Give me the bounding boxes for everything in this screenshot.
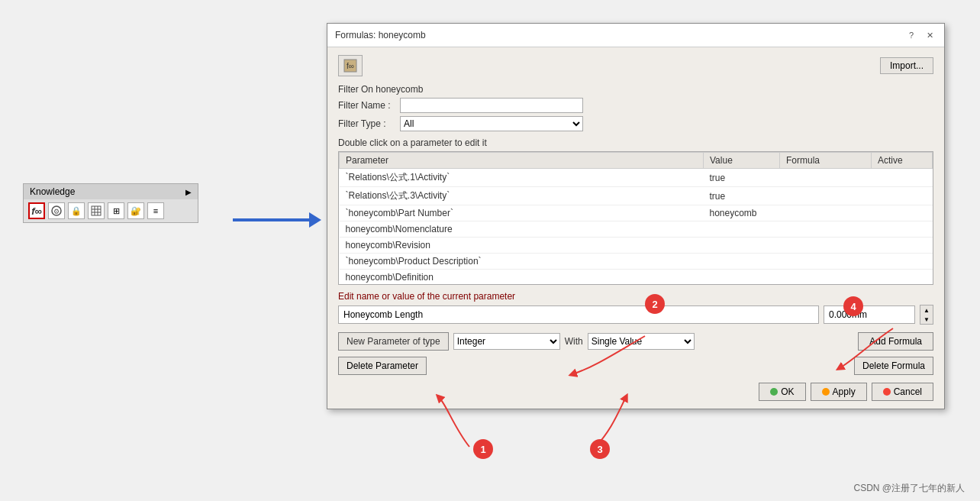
arrow-4 (817, 321, 893, 374)
direction-arrow (233, 212, 321, 228)
arrow-2 (557, 328, 672, 382)
annotation-3: 3 (590, 439, 610, 459)
cell-active (872, 238, 933, 254)
col-value: Value (704, 153, 780, 169)
svg-text:⚙: ⚙ (53, 208, 60, 215)
dialog-titlebar: Formulas: honeycomb ? ✕ (327, 24, 944, 47)
svg-rect-2 (92, 206, 101, 215)
arrow-head (309, 212, 321, 228)
knowledge-panel: Knowledge ▶ f∞ ⚙ 🔒 ⊞ 🔐 ≡ (23, 183, 198, 223)
cell-value: true (704, 187, 780, 205)
cancel-label: Cancel (894, 386, 922, 397)
arrow-line (233, 218, 309, 221)
arrow-1 (424, 389, 515, 451)
table-row[interactable]: honeycomb\Definition (340, 270, 933, 286)
dialog-title: Formulas: honeycomb (335, 30, 426, 40)
ok-label: OK (781, 386, 794, 397)
cell-formula (780, 169, 872, 187)
filter-section: Filter On honeycomb Filter Name : Filter… (338, 84, 933, 131)
dialog-controls: ? ✕ (904, 28, 936, 42)
filter-name-input[interactable] (400, 98, 583, 113)
col-parameter: Parameter (340, 153, 704, 169)
panel-title-text: Knowledge (30, 186, 75, 197)
cell-value: honeycomb (704, 205, 780, 221)
ok-button[interactable]: OK (759, 383, 805, 401)
cell-parameter: `Relations\公式.3\Activity` (340, 187, 704, 205)
formula-icon[interactable]: f∞ (28, 202, 45, 219)
apply-button[interactable]: Apply (811, 383, 867, 401)
watermark: CSDN @注册了七年的新人 (853, 482, 965, 495)
cell-parameter: `Relations\公式.1\Activity` (340, 169, 704, 187)
param-table-container: Parameter Value Formula Active `Relation… (338, 151, 933, 285)
svg-text:f∞: f∞ (347, 62, 354, 70)
col-active: Active (872, 153, 933, 169)
lock2-icon[interactable]: 🔐 (127, 202, 144, 219)
import-button[interactable]: Import... (880, 57, 933, 74)
ok-dot (770, 388, 778, 396)
cell-formula (780, 187, 872, 205)
cell-formula (780, 270, 872, 286)
cell-formula (780, 238, 872, 254)
cell-formula (780, 205, 872, 221)
cell-value (704, 270, 780, 286)
cell-active (872, 187, 933, 205)
table-row[interactable]: `Relations\公式.3\Activity`true (340, 187, 933, 205)
table-icon[interactable] (88, 202, 105, 219)
annotation-2: 2 (645, 294, 665, 314)
cell-formula (780, 221, 872, 238)
cell-active (872, 270, 933, 286)
filter-type-select[interactable]: All Active Inactive (400, 116, 583, 131)
cell-parameter: honeycomb\Revision (340, 238, 704, 254)
spinner-up-btn[interactable]: ▲ (920, 305, 933, 315)
help-button[interactable]: ? (904, 28, 918, 42)
spinner-down-btn[interactable]: ▼ (920, 315, 933, 324)
knowledge-icon[interactable]: ⚙ (48, 202, 65, 219)
cell-value (704, 254, 780, 270)
lock-icon[interactable]: 🔒 (68, 202, 85, 219)
cell-active (872, 221, 933, 238)
col-formula: Formula (780, 153, 872, 169)
cancel-button[interactable]: Cancel (872, 383, 933, 401)
dialog-toolbar: f∞ Import... (338, 55, 933, 76)
cell-parameter: honeycomb\Definition (340, 270, 704, 286)
filter-name-row: Filter Name : (338, 98, 933, 113)
table-row[interactable]: honeycomb\Nomenclature (340, 221, 933, 238)
apply-label: Apply (833, 386, 856, 397)
table-row[interactable]: `Relations\公式.1\Activity`true (340, 169, 933, 187)
cell-value: true (704, 169, 780, 187)
panel-toolbar: f∞ ⚙ 🔒 ⊞ 🔐 ≡ (24, 199, 198, 222)
filter-name-label: Filter Name : (338, 100, 395, 111)
formula-toolbar-icon[interactable]: f∞ (338, 55, 363, 76)
table-row[interactable]: `honeycomb\Part Number`honeycomb (340, 205, 933, 221)
annotation-4: 4 (843, 296, 863, 316)
annotation-1: 1 (473, 439, 493, 459)
edit-label: Edit name or value of the current parame… (338, 291, 933, 302)
table-row[interactable]: `honeycomb\Product Description` (340, 254, 933, 270)
param-instruction: Double click on a parameter to edit it (338, 137, 933, 148)
cell-active (872, 254, 933, 270)
edit-name-input[interactable] (338, 305, 819, 324)
panel-title: Knowledge ▶ (24, 184, 198, 199)
cell-parameter: honeycomb\Nomenclature (340, 221, 704, 238)
cell-parameter: `honeycomb\Part Number` (340, 205, 704, 221)
delete-param-button[interactable]: Delete Parameter (338, 357, 427, 375)
cell-active (872, 169, 933, 187)
cell-parameter: `honeycomb\Product Description` (340, 254, 704, 270)
cell-value (704, 238, 780, 254)
cancel-dot (883, 388, 891, 396)
grid-icon[interactable]: ⊞ (108, 202, 124, 219)
panel-scroll-btn[interactable]: ▶ (185, 188, 192, 196)
param-table: Parameter Value Formula Active `Relation… (339, 152, 933, 285)
cell-active (872, 205, 933, 221)
close-button[interactable]: ✕ (923, 28, 936, 42)
value-spinner[interactable]: ▲ ▼ (920, 305, 933, 325)
filter-type-label: Filter Type : (338, 118, 395, 129)
menu-icon[interactable]: ≡ (147, 202, 164, 219)
table-row[interactable]: honeycomb\Revision (340, 238, 933, 254)
new-param-button[interactable]: New Parameter of type (338, 332, 449, 351)
apply-dot (822, 388, 830, 396)
param-type-select[interactable]: Integer Real Boolean String Length Angle (453, 333, 560, 350)
filter-type-row: Filter Type : All Active Inactive (338, 116, 933, 131)
filter-title: Filter On honeycomb (338, 84, 933, 95)
cell-formula (780, 254, 872, 270)
